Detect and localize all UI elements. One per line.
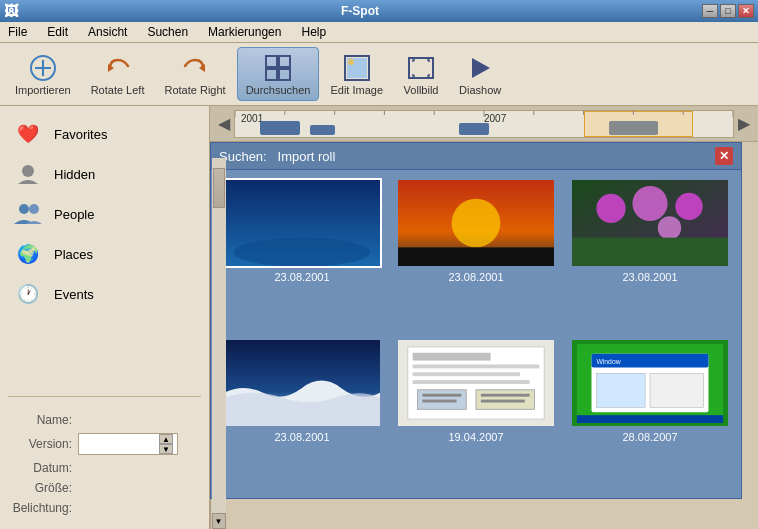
svg-text:Window: Window	[596, 358, 620, 365]
menu-help[interactable]: Help	[297, 24, 330, 40]
search-close-button[interactable]: ✕	[715, 147, 733, 165]
svg-point-14	[22, 165, 34, 177]
photo-area: Suchen: Import roll ✕	[210, 142, 758, 529]
photo-cell-3[interactable]: 23.08.2001	[567, 178, 733, 330]
title-bar: 🖼 F-Spot ─ □ ✕	[0, 0, 758, 22]
svg-point-29	[234, 238, 371, 267]
meta-exposure-row: Belichtung:	[12, 501, 197, 515]
exposure-label: Belichtung:	[12, 501, 72, 515]
edit-image-icon	[341, 52, 373, 84]
sidebar-divider	[8, 396, 201, 397]
edit-image-button[interactable]: Edit Image	[321, 47, 392, 101]
sidebar: ❤️ Favorites Hidden	[0, 106, 210, 529]
edit-image-label: Edit Image	[330, 84, 383, 96]
date-label: Datum:	[12, 461, 72, 475]
title-bar-controls: ─ □ ✕	[702, 4, 754, 18]
svg-point-35	[632, 186, 667, 221]
menu-ansicht[interactable]: Ansicht	[84, 24, 131, 40]
sidebar-item-places[interactable]: 🌍 Places	[4, 234, 205, 274]
scroll-track[interactable]	[212, 158, 226, 513]
search-header: Suchen: Import roll ✕	[211, 143, 741, 170]
menu-markierungen[interactable]: Markierungen	[204, 24, 285, 40]
svg-rect-48	[422, 394, 461, 397]
importieren-label: Importieren	[15, 84, 71, 96]
sidebar-label-people: People	[54, 207, 94, 222]
close-button[interactable]: ✕	[738, 4, 754, 18]
svg-rect-5	[266, 56, 277, 67]
meta-date-row: Datum:	[12, 461, 197, 475]
sidebar-item-hidden[interactable]: Hidden	[4, 154, 205, 194]
search-title: Suchen: Import roll	[219, 149, 335, 164]
scroll-down-button[interactable]: ▼	[212, 513, 226, 529]
timeline-track[interactable]: 2001 2007	[234, 110, 734, 138]
photo-cell-2[interactable]: 23.08.2001	[393, 178, 559, 330]
svg-marker-13	[472, 58, 490, 78]
vollbild-button[interactable]: Vollbild	[394, 47, 448, 101]
people-icon	[12, 198, 44, 230]
spinner-buttons: ▲ ▼	[159, 434, 173, 454]
spinner-up[interactable]: ▲	[159, 434, 173, 444]
photo-cell-6[interactable]: Window 28.08.2007	[567, 338, 733, 490]
svg-point-11	[348, 59, 354, 65]
svg-rect-6	[279, 56, 290, 67]
photo-cell-4[interactable]: 23.08.2001	[219, 338, 385, 490]
scroll-thumb[interactable]	[213, 168, 225, 208]
rotate-left-icon	[102, 52, 134, 84]
sidebar-item-events[interactable]: 🕐 Events	[4, 274, 205, 314]
photo-date-1: 23.08.2001	[274, 271, 329, 283]
menu-suchen[interactable]: Suchen	[143, 24, 192, 40]
events-icon: 🕐	[12, 278, 44, 310]
svg-rect-49	[481, 394, 530, 397]
minimize-button[interactable]: ─	[702, 4, 718, 18]
importieren-icon	[27, 52, 59, 84]
svg-point-16	[29, 204, 39, 214]
vollbild-icon	[405, 52, 437, 84]
timeline: ◀ 2001 2007	[210, 106, 758, 142]
timeline-right-arrow[interactable]: ▶	[734, 114, 754, 133]
photo-thumb-5	[396, 338, 556, 428]
durchsuchen-button[interactable]: Durchsuchen	[237, 47, 320, 101]
sidebar-label-places: Places	[54, 247, 93, 262]
diashow-label: Diashow	[459, 84, 501, 96]
photo-thumb-2	[396, 178, 556, 268]
sidebar-item-people[interactable]: People	[4, 194, 205, 234]
durchsuchen-label: Durchsuchen	[246, 84, 311, 96]
svg-point-15	[19, 204, 29, 214]
svg-point-34	[596, 194, 625, 223]
rotate-left-button[interactable]: Rotate Left	[82, 47, 154, 101]
rotate-right-icon	[179, 52, 211, 84]
photo-thumb-6: Window	[570, 338, 730, 428]
meta-name-row: Name:	[12, 413, 197, 427]
rotate-right-button[interactable]: Rotate Right	[155, 47, 234, 101]
svg-point-37	[658, 216, 681, 239]
title-bar-title: F-Spot	[18, 4, 702, 18]
spinner-down[interactable]: ▼	[159, 444, 173, 454]
sidebar-item-favorites[interactable]: ❤️ Favorites	[4, 114, 205, 154]
title-bar-icon: 🖼	[4, 3, 18, 19]
menu-file[interactable]: File	[4, 24, 31, 40]
toolbar: Importieren Rotate Left Rotate Right	[0, 43, 758, 106]
svg-rect-42	[413, 353, 491, 361]
version-input[interactable]: ▲ ▼	[78, 433, 178, 455]
meta-version-row: Version: ▲ ▼	[12, 433, 197, 455]
timeline-area: ◀ 2001 2007	[210, 106, 758, 529]
svg-rect-50	[422, 400, 456, 403]
diashow-button[interactable]: Diashow	[450, 47, 510, 101]
photo-cell-5[interactable]: 19.04.2007	[393, 338, 559, 490]
photo-date-5: 19.04.2007	[448, 431, 503, 443]
sidebar-nav: ❤️ Favorites Hidden	[0, 106, 209, 388]
photo-date-2: 23.08.2001	[448, 271, 503, 283]
photo-cell-1[interactable]: 23.08.2001	[219, 178, 385, 330]
maximize-button[interactable]: □	[720, 4, 736, 18]
menu-edit[interactable]: Edit	[43, 24, 72, 40]
svg-point-36	[675, 193, 702, 220]
rotate-left-label: Rotate Left	[91, 84, 145, 96]
photo-date-4: 23.08.2001	[274, 431, 329, 443]
timeline-left-arrow[interactable]: ◀	[214, 114, 234, 133]
svg-rect-59	[577, 415, 723, 423]
menu-bar: File Edit Ansicht Suchen Markierungen He…	[0, 22, 758, 43]
svg-rect-32	[398, 247, 554, 267]
size-label: Größe:	[12, 481, 72, 495]
diashow-icon	[464, 52, 496, 84]
importieren-button[interactable]: Importieren	[6, 47, 80, 101]
